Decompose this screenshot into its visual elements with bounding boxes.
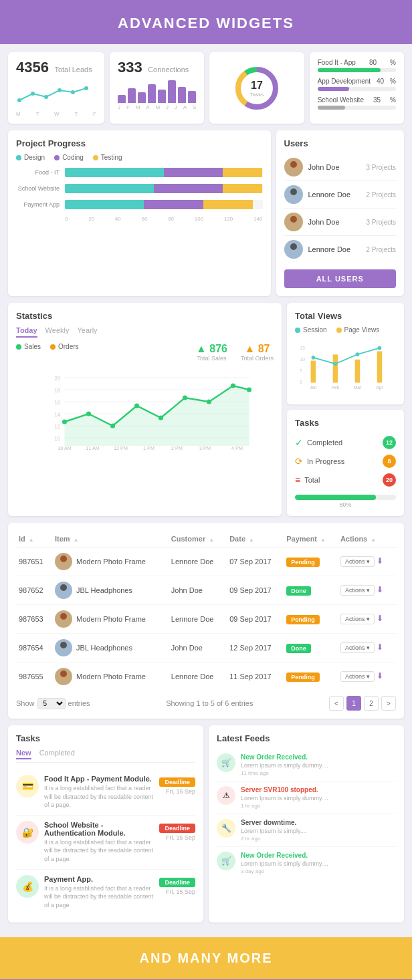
- tasks-completed-row: ✓ Completed 12: [295, 433, 396, 452]
- show-entries: Show 5 10 25 entries: [16, 698, 90, 709]
- actions-btn-4[interactable]: Actions ▾: [340, 642, 375, 653]
- svg-point-39: [247, 387, 251, 392]
- deadline-btn-3[interactable]: Deadline: [159, 878, 195, 887]
- connections-card: 333 Connections JFMAMJJAS: [110, 52, 204, 124]
- all-users-button[interactable]: ALL USERS: [284, 269, 397, 288]
- page-2-btn[interactable]: 2: [364, 696, 379, 711]
- svg-text:12 PM: 12 PM: [114, 445, 128, 450]
- tab-today[interactable]: Today: [16, 326, 37, 338]
- svg-text:10 AM: 10 AM: [58, 445, 71, 450]
- download-icon-1[interactable]: ⬇: [377, 556, 383, 566]
- task-icon-1: 💳: [16, 775, 39, 798]
- svg-point-32: [86, 411, 91, 416]
- page-1-btn[interactable]: 1: [346, 696, 361, 711]
- svg-text:2 PM: 2 PM: [171, 445, 183, 450]
- hbar-payment: Payment App: [16, 200, 263, 209]
- svg-text:12: 12: [54, 423, 61, 430]
- col-actions: Actions ▲: [338, 531, 396, 547]
- connections-number: 333: [118, 59, 142, 76]
- connections-x-labels: JFMAMJJAS: [118, 104, 196, 110]
- bottom-row: Tasks New Completed 💳 Food It App - Paym…: [8, 725, 404, 923]
- task-icon-3: 💰: [16, 875, 39, 898]
- col-id: Id ▲: [16, 531, 52, 547]
- svg-point-55: [312, 356, 316, 360]
- project-progress-card: Project Progress Design Coding Testing: [8, 130, 271, 296]
- page-prev-btn[interactable]: <: [329, 696, 344, 711]
- tasks-total-row: ≡ Total 20: [295, 471, 396, 489]
- statstics-title: Statstics: [16, 311, 274, 321]
- table-row: 987654 JBL Headphones John Doe 12 Sep 20…: [16, 634, 396, 662]
- svg-point-10: [290, 161, 297, 168]
- svg-point-16: [290, 243, 297, 250]
- hbar-axis: 020406080100120140: [16, 216, 263, 222]
- entries-select[interactable]: 5 10 25: [37, 698, 66, 709]
- orders-table: Id ▲ Item ▲ Customer ▲ Date ▲ Payment ▲ …: [16, 531, 396, 691]
- actions-btn-1[interactable]: Actions ▾: [340, 556, 375, 567]
- donut-center: 17 Tasks: [250, 79, 264, 97]
- progress-card: Food It - App 80% App Development 40%: [310, 52, 404, 124]
- svg-text:18: 18: [54, 387, 61, 394]
- task-item-1: 💳 Food It App - Payment Module. It is a …: [16, 769, 195, 816]
- leads-x-labels: MTWTF: [16, 111, 96, 117]
- table-row: 987652 JBL Headphones John Doe 09 Sep 20…: [16, 576, 396, 605]
- svg-point-17: [288, 251, 300, 259]
- svg-point-2: [44, 95, 48, 99]
- svg-point-13: [288, 196, 300, 204]
- task-item-3: 💰 Payment App. It is a long established …: [16, 870, 195, 915]
- svg-point-4: [71, 90, 75, 94]
- project-progress-title: Project Progress: [16, 138, 263, 148]
- svg-point-68: [58, 620, 69, 627]
- svg-point-0: [17, 98, 21, 102]
- svg-point-63: [60, 556, 67, 562]
- actions-btn-2[interactable]: Actions ▾: [340, 585, 375, 596]
- svg-point-38: [231, 383, 235, 388]
- tab-completed[interactable]: Completed: [39, 749, 75, 759]
- feed-item-2: ⚠ Server SVR100 stopped. Lorem Ipsum is …: [217, 781, 396, 814]
- statstics-row: Statstics Today Weekly Yearly Sales Orde…: [8, 303, 404, 516]
- col-customer: Customer ▲: [169, 531, 227, 547]
- progress-item-3: School Website 35%: [318, 96, 396, 110]
- svg-text:Feb: Feb: [332, 385, 340, 390]
- svg-point-15: [288, 223, 300, 231]
- svg-text:1 PM: 1 PM: [143, 445, 154, 450]
- page-next-btn[interactable]: >: [381, 696, 396, 711]
- feeds-card: Latest Feeds 🛒 New Order Received. Lorem…: [209, 725, 404, 923]
- svg-point-58: [378, 346, 382, 350]
- user-row-1: John Doe 3 Projects: [284, 154, 397, 181]
- connections-bar-chart: [118, 76, 196, 103]
- total-views-legend: Session Page Views: [295, 326, 396, 334]
- svg-point-1: [31, 92, 35, 96]
- leads-line-chart: [16, 80, 96, 110]
- download-icon-4[interactable]: ⬇: [377, 642, 383, 652]
- deadline-btn-2[interactable]: Deadline: [159, 824, 195, 833]
- svg-point-65: [60, 584, 67, 591]
- right-charts-col: Total Views Session Page Views 15 10 5: [287, 303, 404, 516]
- user-row-3: John Doe 3 Projects: [284, 209, 397, 236]
- svg-point-72: [58, 678, 69, 685]
- deadline-btn-1[interactable]: Deadline: [159, 777, 195, 787]
- download-icon-3[interactable]: ⬇: [377, 614, 383, 623]
- actions-btn-3[interactable]: Actions ▾: [340, 614, 375, 624]
- tab-weekly[interactable]: Weekly: [45, 326, 70, 338]
- tasks-progress-bar: [295, 495, 396, 500]
- table-row: 987655 Modern Photo Frame Lennore Doe 11…: [16, 662, 396, 691]
- user-projects-3: 3 Projects: [367, 219, 396, 226]
- feed-item-1: 🛒 New Order Received. Lorem Ipsum is sim…: [217, 749, 396, 781]
- tab-new[interactable]: New: [16, 749, 31, 759]
- user-avatar-2: [284, 185, 303, 204]
- download-icon-2[interactable]: ⬇: [377, 585, 383, 594]
- tab-yearly[interactable]: Yearly: [77, 326, 97, 338]
- user-name-3: John Doe: [308, 218, 340, 226]
- svg-point-36: [183, 395, 187, 400]
- tasks-bottom-tabs: New Completed: [16, 749, 195, 763]
- actions-btn-5[interactable]: Actions ▾: [340, 671, 375, 682]
- users-card: Users John Doe 3 Projects: [276, 130, 405, 296]
- svg-point-5: [84, 86, 88, 90]
- feed-icon-4: 🛒: [217, 852, 235, 870]
- col-date: Date ▲: [227, 531, 284, 547]
- statstics-legend: Sales Orders: [16, 343, 79, 350]
- download-icon-5[interactable]: ⬇: [377, 671, 383, 681]
- svg-text:Jan: Jan: [310, 385, 317, 390]
- feed-item-3: 🔧 Server downtime. Lorem Ipsum is simply…: [217, 814, 396, 847]
- showing-label: Showing 1 to 5 of 6 entries: [166, 699, 253, 707]
